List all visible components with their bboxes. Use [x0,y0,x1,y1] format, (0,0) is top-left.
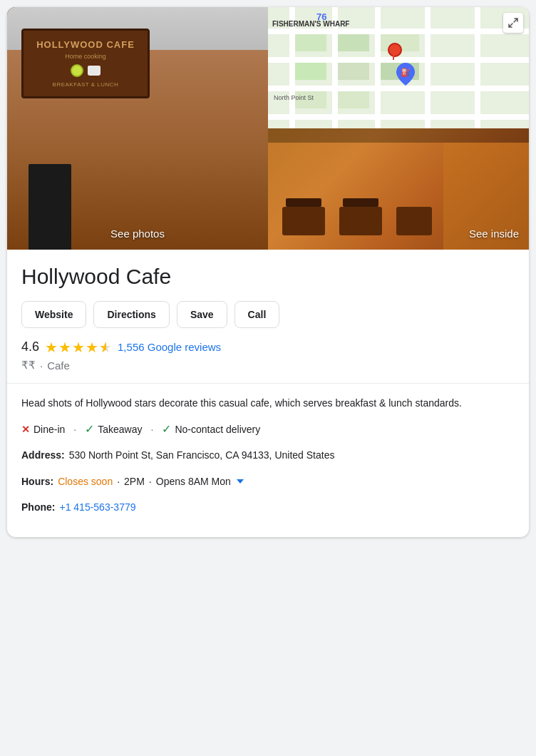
services-row: ✕ Dine-in · ✓ Takeaway · ✓ No-contact de… [21,422,515,436]
see-inside-label: See inside [469,228,519,240]
service-dot-2: · [151,424,154,435]
hours-label: Hours: [21,474,53,489]
call-button[interactable]: Call [234,301,280,328]
map-pin-location [386,43,401,63]
address-label: Address: [21,447,65,463]
map-pin-gas: ⛽ [396,63,415,86]
map-street-label: North Point St [274,94,314,101]
details-section: Head shots of Hollywood stars decorate t… [7,384,529,537]
interior-photo[interactable]: See inside [268,128,529,250]
hours-expand-icon[interactable] [237,479,244,484]
expand-icon [507,17,519,29]
delivery-service: ✓ No-contact delivery [162,422,260,436]
website-button[interactable]: Website [21,301,86,328]
star-2: ★ [58,340,71,354]
phone-value[interactable]: +1 415-563-3779 [59,499,135,515]
svg-text:⛽: ⛽ [401,67,411,77]
address-row: Address: 530 North Point St, San Francis… [21,447,515,463]
action-buttons: Website Directions Save Call [21,301,515,328]
takeaway-check-icon: ✓ [85,422,94,436]
hours-detail: Closes soon · 2PM · Opens 8AM Mon [58,474,244,489]
hours-status: Closes soon [58,474,113,489]
reviews-link[interactable]: 1,556 Google reviews [118,341,221,353]
price-symbol: ₹₹ [21,359,36,372]
dine-in-service: ✕ Dine-in [21,424,65,435]
category-dot: · [40,359,43,372]
delivery-check-icon: ✓ [162,422,171,436]
save-button[interactable]: Save [177,301,227,328]
takeaway-label: Takeaway [98,424,142,435]
service-dot-1: · [73,424,76,435]
map-area-label: FISHERMAN'S WHARF [272,20,349,29]
rating-row: 4.6 ★ ★ ★ ★ ★ ★ 1,556 Google reviews [21,339,515,354]
takeaway-service: ✓ Takeaway [85,422,142,436]
business-card: HOLLYWOOD CAFE Home cooking BREAKFAST & … [7,7,529,537]
see-photos-label: See photos [110,228,165,240]
hours-dot2: · [149,474,152,489]
dine-in-x-icon: ✕ [21,424,30,435]
phone-label: Phone: [21,499,55,515]
hours-close-time: 2PM [124,474,145,489]
star-half: ★ ★ [99,340,112,354]
directions-button[interactable]: Directions [93,301,169,328]
info-section: Hollywood Cafe Website Directions Save C… [7,250,529,384]
category-type: Cafe [47,359,70,372]
map-number: 76 [316,11,326,22]
phone-row: Phone: +1 415-563-3779 [21,499,515,515]
star-3: ★ [72,340,85,354]
star-1: ★ [45,340,58,354]
hours-row: Hours: Closes soon · 2PM · Opens 8AM Mon [21,474,515,489]
address-value: 530 North Point St, San Francisco, CA 94… [69,447,335,463]
business-name: Hollywood Cafe [21,264,515,290]
hours-open-time: Opens 8AM Mon [156,474,231,489]
hours-dot: · [117,474,120,489]
photo-grid: HOLLYWOOD CAFE Home cooking BREAKFAST & … [7,7,529,250]
rating-score: 4.6 [21,339,39,354]
map-photo[interactable]: FISHERMAN'S WHARF North Point St ⛽ 76 [268,7,529,128]
star-4: ★ [86,340,98,354]
star-rating: ★ ★ ★ ★ ★ ★ [45,340,112,354]
description-text: Head shots of Hollywood stars decorate t… [21,395,515,411]
exterior-photo[interactable]: HOLLYWOOD CAFE Home cooking BREAKFAST & … [7,7,268,250]
map-expand-button[interactable] [503,13,523,33]
delivery-label: No-contact delivery [175,424,260,435]
dine-in-label: Dine-in [34,424,65,435]
category-row: ₹₹ · Cafe [21,359,515,383]
